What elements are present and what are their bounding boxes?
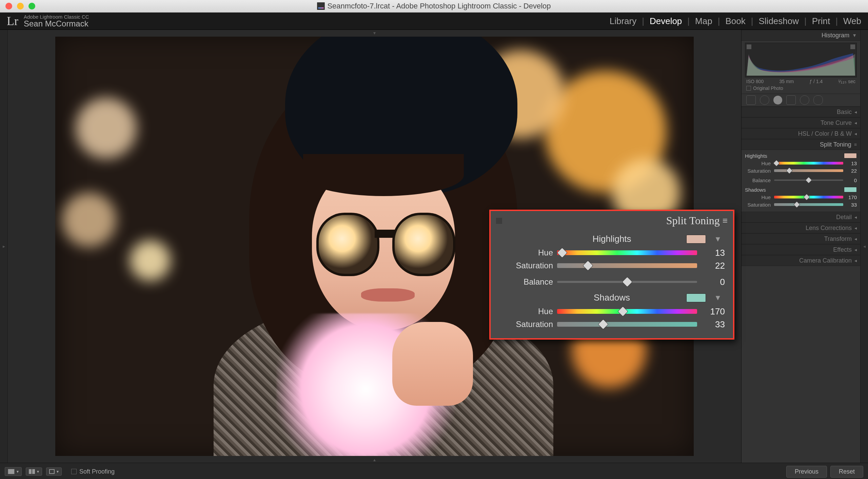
shadows-hue-value[interactable]: 170 — [701, 306, 725, 317]
reset-button[interactable]: Reset — [830, 466, 863, 478]
module-develop[interactable]: Develop — [650, 16, 682, 26]
panel-menu-icon[interactable]: ≡ — [854, 142, 857, 147]
chevron-up-icon: ▴ — [373, 457, 376, 462]
shadows-label: Shadows — [594, 292, 630, 303]
right-panel: Histogram▼ ISO 800 35 mm ƒ / 1.4 ¹⁄₁₂₅ s… — [741, 30, 860, 463]
panel-hsl[interactable]: HSL / Color / B & W◂ — [742, 128, 860, 139]
gradient-tool-icon[interactable] — [786, 95, 796, 105]
balance-slider[interactable] — [557, 281, 697, 283]
shadows-label-sm: Shadows — [745, 187, 767, 193]
checkbox-icon[interactable] — [746, 86, 751, 91]
bottom-filmstrip-toggle[interactable]: ▴ — [8, 457, 741, 463]
iso-value: ISO 800 — [746, 79, 764, 84]
module-print[interactable]: Print — [812, 16, 830, 26]
module-web[interactable]: Web — [843, 16, 861, 26]
minimize-icon[interactable] — [17, 3, 24, 9]
window-controls — [5, 3, 35, 9]
balance-value[interactable]: 0 — [701, 277, 725, 287]
split-toning-panel: Highlights Hue13 Saturation22 Balance0 S… — [742, 150, 860, 212]
loupe-view-button[interactable]: ▾ — [5, 467, 22, 476]
highlights-sat-slider[interactable] — [557, 263, 697, 268]
radial-tool-icon[interactable] — [800, 95, 809, 105]
panel-menu-icon[interactable]: ≡ — [723, 215, 728, 226]
module-slideshow[interactable]: Slideshow — [758, 16, 799, 26]
shutter-value: ¹⁄₁₂₅ sec — [838, 79, 855, 84]
histogram-header[interactable]: Histogram▼ — [742, 30, 860, 41]
split-toning-title: Split Toning — [502, 214, 723, 227]
exif-row: ISO 800 35 mm ƒ / 1.4 ¹⁄₁₂₅ sec — [742, 77, 860, 85]
highlights-swatch[interactable] — [686, 235, 706, 244]
original-photo-label: Original Photo — [753, 85, 783, 91]
highlights-hue-slider[interactable] — [557, 250, 697, 255]
mac-titlebar: Seanmcfoto-7.lrcat - Adobe Photoshop Lig… — [0, 0, 868, 13]
module-library[interactable]: Library — [610, 16, 636, 26]
panel-lens[interactable]: Lens Corrections◂ — [742, 223, 860, 233]
module-book[interactable]: Book — [725, 16, 745, 26]
shadows-swatch[interactable] — [686, 293, 706, 302]
tool-strip — [742, 94, 860, 107]
balance-slider-sm[interactable] — [774, 179, 843, 181]
lr-logo-icon: Lr — [7, 14, 18, 28]
checkbox-icon[interactable] — [71, 469, 77, 474]
highlights-label: Highlights — [592, 234, 631, 244]
right-panel-collapse[interactable]: ◂ — [860, 30, 868, 463]
highlights-sat-slider-sm[interactable] — [774, 169, 843, 172]
highlights-sat-value[interactable]: 22 — [701, 261, 725, 271]
shadows-sat-slider[interactable] — [557, 322, 697, 327]
highlights-hue-label: Hue — [499, 248, 553, 257]
shadows-picker-icon[interactable]: ▼ — [714, 293, 722, 302]
module-picker: Library| Develop| Map| Book| Slideshow| … — [610, 16, 861, 26]
product-label: Adobe Lightroom Classic CC — [24, 14, 89, 20]
crop-tool-icon[interactable] — [746, 95, 756, 105]
shadows-hue-slider-sm[interactable] — [774, 196, 843, 198]
maximize-icon[interactable] — [28, 3, 35, 9]
spot-tool-icon[interactable] — [760, 95, 769, 105]
shadows-hue-label: Hue — [499, 307, 553, 316]
shadows-sat-value[interactable]: 33 — [701, 319, 725, 330]
close-icon[interactable] — [5, 3, 12, 9]
panel-split-toning[interactable]: Split Toning≡ — [742, 139, 860, 150]
highlights-sat-label: Saturation — [499, 261, 553, 270]
identity-plate[interactable]: Lr Adobe Lightroom Classic CC Sean McCor… — [7, 14, 89, 28]
highlights-hue-value[interactable]: 13 — [701, 248, 725, 258]
highlights-hue-slider-sm[interactable] — [774, 162, 843, 165]
shadows-sat-label: Saturation — [499, 320, 553, 329]
histogram-curve — [747, 52, 855, 76]
bottom-toolbar: ▾ ▾ ▾ Soft Proofing Previous Reset — [0, 463, 868, 479]
left-panel-collapsed[interactable]: ▸ — [0, 30, 8, 463]
highlights-picker-icon[interactable]: ▼ — [714, 235, 722, 244]
chevron-down-icon: ▾ — [373, 30, 376, 36]
panel-transform[interactable]: Transform◂ — [742, 233, 860, 244]
histogram[interactable] — [745, 43, 857, 77]
highlights-label-sm: Highlights — [745, 153, 769, 159]
soft-proofing-toggle[interactable]: Soft Proofing — [71, 468, 115, 475]
highlights-swatch-sm[interactable] — [844, 153, 857, 158]
top-filmstrip-toggle[interactable]: ▾ — [8, 30, 741, 36]
user-name: Sean McCormack — [24, 19, 89, 28]
app-header: Lr Adobe Lightroom Classic CC Sean McCor… — [0, 13, 868, 30]
original-photo-row[interactable]: Original Photo — [742, 85, 860, 94]
shadows-hue-slider[interactable] — [557, 309, 697, 314]
highlight-clip-toggle[interactable] — [850, 44, 855, 49]
module-map[interactable]: Map — [695, 16, 712, 26]
panel-toggle-icon[interactable] — [496, 218, 502, 224]
chevron-down-icon: ▼ — [852, 33, 857, 38]
redeye-tool-icon[interactable] — [773, 96, 782, 104]
shadow-clip-toggle[interactable] — [747, 44, 751, 49]
document-icon — [317, 2, 324, 10]
panel-calibration[interactable]: Camera Calibration◂ — [742, 255, 860, 266]
panel-basic[interactable]: Basic◂ — [742, 107, 860, 117]
brush-tool-icon[interactable] — [813, 95, 823, 105]
canvas[interactable]: ▾ ▴ Split Toning ≡ — [8, 30, 741, 463]
shadows-sat-slider-sm[interactable] — [774, 203, 843, 206]
panel-detail[interactable]: Detail◂ — [742, 212, 860, 223]
panel-tone-curve[interactable]: Tone Curve◂ — [742, 117, 860, 128]
panel-effects[interactable]: Effects◂ — [742, 244, 860, 255]
expand-left-icon: ◂ — [863, 244, 866, 249]
before-after-lr-button[interactable]: ▾ — [26, 467, 42, 476]
previous-button[interactable]: Previous — [786, 466, 827, 478]
before-after-tb-button[interactable]: ▾ — [46, 467, 62, 476]
focal-value: 35 mm — [779, 79, 794, 84]
balance-label: Balance — [499, 277, 553, 287]
shadows-swatch-sm[interactable] — [844, 187, 857, 192]
